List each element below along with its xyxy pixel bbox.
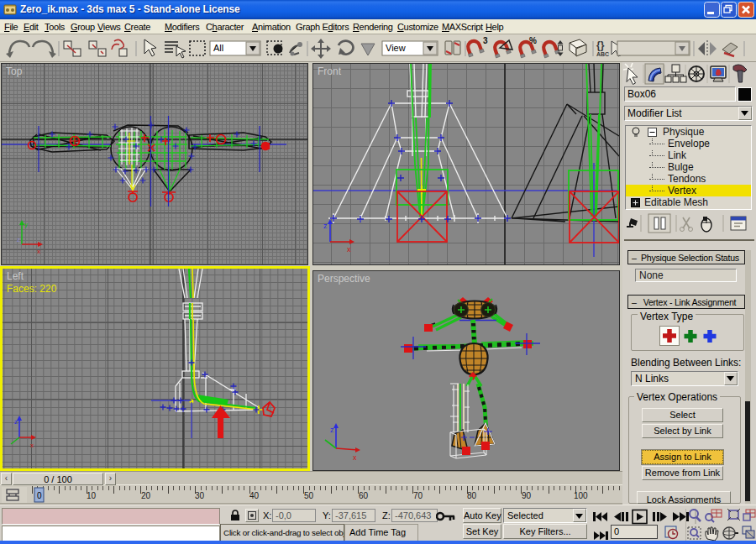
svg-text:50: 50 xyxy=(304,491,314,500)
svg-text:z: z xyxy=(17,236,20,243)
svg-text:z: z xyxy=(14,418,18,426)
svg-text:x: x xyxy=(353,453,357,462)
svg-text:100: 100 xyxy=(574,491,588,500)
svg-text:40: 40 xyxy=(249,491,260,500)
svg-text:%: % xyxy=(529,36,537,45)
svg-text:z: z xyxy=(330,426,334,434)
svg-text:20: 20 xyxy=(141,491,151,500)
svg-text:3: 3 xyxy=(483,36,488,45)
svg-text:30: 30 xyxy=(195,491,205,500)
svg-text:70: 70 xyxy=(413,491,423,500)
svg-text:z: z xyxy=(323,222,328,230)
svg-text:x: x xyxy=(37,248,40,255)
svg-text:View: View xyxy=(386,43,406,53)
svg-text:60: 60 xyxy=(359,491,369,500)
svg-text:0: 0 xyxy=(37,491,42,500)
svg-text:x: x xyxy=(347,245,351,254)
svg-text:ABC: ABC xyxy=(596,51,609,57)
svg-text:80: 80 xyxy=(467,491,477,500)
svg-text:90: 90 xyxy=(522,491,532,500)
svg-text:x: x xyxy=(30,442,34,449)
svg-text:10: 10 xyxy=(87,491,97,500)
svg-text:All: All xyxy=(213,43,223,53)
svg-text:{}: {} xyxy=(596,39,605,51)
svg-text:y: y xyxy=(24,221,28,228)
